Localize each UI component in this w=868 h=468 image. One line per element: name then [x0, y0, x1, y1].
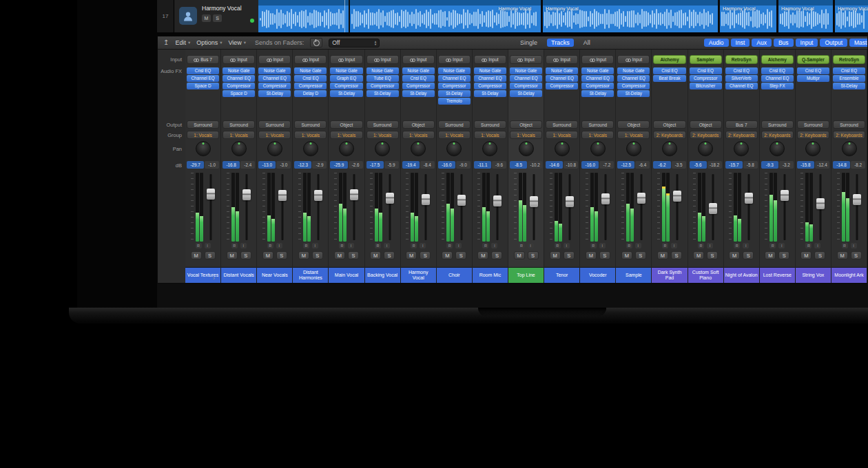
input-button[interactable]: Input	[617, 55, 650, 64]
output-button[interactable]: Surround	[474, 120, 506, 129]
group-button[interactable]: 1: Vocals	[223, 131, 255, 139]
track-name-button[interactable]: Custom Soft Piano	[688, 267, 723, 283]
solo-button[interactable]: S	[276, 251, 287, 259]
fader-cap[interactable]	[314, 190, 322, 201]
fx-plugin-button[interactable]: St-Delay	[617, 90, 650, 97]
fx-plugin-button[interactable]: Delay D	[294, 90, 327, 97]
output-button[interactable]: Object	[402, 120, 435, 129]
track-name-button[interactable]: Night of Avalon	[724, 267, 759, 283]
fx-plugin-button[interactable]: Compressor	[474, 83, 506, 89]
record-enable-button[interactable]: R	[698, 243, 704, 248]
audio-region[interactable]: Harmony Vocal	[778, 0, 833, 32]
fader-cap[interactable]	[242, 189, 251, 200]
record-enable-button[interactable]: R	[303, 243, 309, 248]
pan-knob[interactable]	[590, 141, 606, 156]
mute-button[interactable]: M	[586, 251, 597, 259]
input-button[interactable]: Input	[330, 55, 362, 64]
audio-region[interactable]	[258, 0, 349, 32]
solo-button[interactable]: S	[635, 251, 646, 259]
track-name-button[interactable]: Lost Reverse	[760, 267, 795, 283]
input-monitor-button[interactable]: I	[312, 243, 318, 248]
output-button[interactable]: Surround	[438, 120, 471, 129]
mute-button[interactable]: M	[370, 251, 381, 259]
track-header[interactable]: Harmony Vocal M S	[174, 0, 259, 32]
record-enable-button[interactable]: R	[590, 243, 597, 248]
pan-knob[interactable]	[842, 141, 857, 156]
output-button[interactable]: Object	[690, 120, 722, 129]
fader-cap[interactable]	[493, 195, 502, 206]
fx-plugin-button[interactable]: Compressor	[330, 83, 362, 89]
mute-button[interactable]: M	[227, 251, 238, 259]
input-button[interactable]: RetroSyn	[833, 55, 865, 64]
fx-plugin-button[interactable]: Compressor	[294, 83, 327, 89]
menu-view[interactable]: View▾	[228, 39, 246, 46]
group-button[interactable]: 1: Vocals	[438, 131, 471, 139]
input-monitor-button[interactable]: I	[564, 243, 570, 248]
output-button[interactable]: Surround	[833, 120, 865, 129]
pan-knob[interactable]	[303, 141, 318, 156]
pan-knob[interactable]	[267, 141, 282, 156]
fx-plugin-button[interactable]: SilverVerb	[725, 75, 758, 82]
track-name-button[interactable]: Distant Harmonies	[293, 267, 328, 283]
solo-button[interactable]: S	[348, 251, 359, 259]
mute-button[interactable]: M	[262, 251, 273, 259]
input-monitor-button[interactable]: I	[778, 243, 785, 248]
mute-button[interactable]: M	[621, 251, 632, 259]
output-button[interactable]: Object	[617, 120, 650, 129]
fx-plugin-button[interactable]: Noise Gate	[474, 67, 506, 74]
track-name-button[interactable]: Sample	[616, 267, 651, 283]
track-name-button[interactable]: Top Line	[508, 267, 544, 283]
input-button[interactable]: Input	[546, 55, 578, 64]
input-monitor-button[interactable]: I	[707, 243, 713, 248]
fader-cap[interactable]	[781, 190, 789, 201]
audio-region[interactable]: Harmony Vocal	[543, 0, 718, 32]
fx-plugin-button[interactable]: Cnsl EQ	[402, 75, 435, 82]
solo-button[interactable]: S	[671, 251, 682, 259]
pan-knob[interactable]	[375, 141, 390, 156]
pan-knob[interactable]	[482, 141, 497, 156]
output-button[interactable]: Surround	[294, 120, 327, 129]
output-button[interactable]: Surround	[258, 120, 291, 129]
solo-button[interactable]: S	[491, 251, 502, 259]
record-enable-button[interactable]: R	[662, 243, 668, 248]
fx-plugin-button[interactable]: Compressor	[581, 83, 614, 89]
solo-button[interactable]: S	[240, 251, 251, 259]
record-enable-button[interactable]: R	[446, 243, 453, 248]
fx-plugin-button[interactable]: Noise Gate	[581, 67, 614, 74]
record-enable-button[interactable]: R	[482, 243, 488, 248]
record-enable-button[interactable]: R	[267, 243, 273, 248]
fx-plugin-button[interactable]: Compressor	[510, 83, 542, 89]
group-button[interactable]: 2: Keyboards	[833, 131, 865, 139]
output-button[interactable]: Object	[653, 120, 685, 129]
group-button[interactable]: 2: Keyboards	[797, 131, 829, 139]
fx-plugin-button[interactable]: Noise Gate	[438, 67, 471, 74]
input-button[interactable]: Bus 7	[187, 55, 219, 64]
fx-plugin-button[interactable]: Noise Gate	[366, 67, 399, 74]
volume-fader[interactable]	[565, 173, 575, 242]
pan-knob[interactable]	[626, 141, 641, 156]
fader-cap[interactable]	[601, 193, 610, 204]
output-button[interactable]: Surround	[223, 120, 255, 129]
solo-button[interactable]: S	[312, 251, 323, 259]
fx-plugin-button[interactable]: Multipr	[797, 75, 829, 82]
record-enable-button[interactable]: R	[339, 243, 345, 248]
pan-knob[interactable]	[662, 141, 677, 156]
fx-plugin-button[interactable]: Cnsl EQ	[797, 67, 829, 74]
record-enable-button[interactable]: R	[626, 243, 632, 248]
record-enable-button[interactable]: R	[805, 243, 812, 248]
fx-plugin-button[interactable]: Channel EQ	[258, 75, 291, 82]
volume-fader[interactable]	[637, 173, 646, 242]
fx-plugin-button[interactable]: Noise Gate	[617, 67, 650, 74]
track-name-button[interactable]: Room Mic	[473, 267, 508, 283]
fx-plugin-button[interactable]: Compressor	[617, 83, 650, 89]
fx-plugin-button[interactable]: Bitcrusher	[690, 83, 722, 89]
fader-cap[interactable]	[853, 194, 861, 205]
fx-plugin-button[interactable]: Channel EQ	[725, 83, 758, 89]
input-button[interactable]: RetroSyn	[725, 55, 758, 64]
fx-plugin-button[interactable]: Noise Gate	[402, 67, 435, 74]
mute-button[interactable]: M	[514, 251, 525, 259]
input-monitor-button[interactable]: I	[671, 243, 677, 248]
menu-options[interactable]: Options▾	[196, 39, 222, 46]
volume-fader[interactable]	[493, 173, 502, 242]
input-monitor-button[interactable]: I	[599, 243, 606, 248]
